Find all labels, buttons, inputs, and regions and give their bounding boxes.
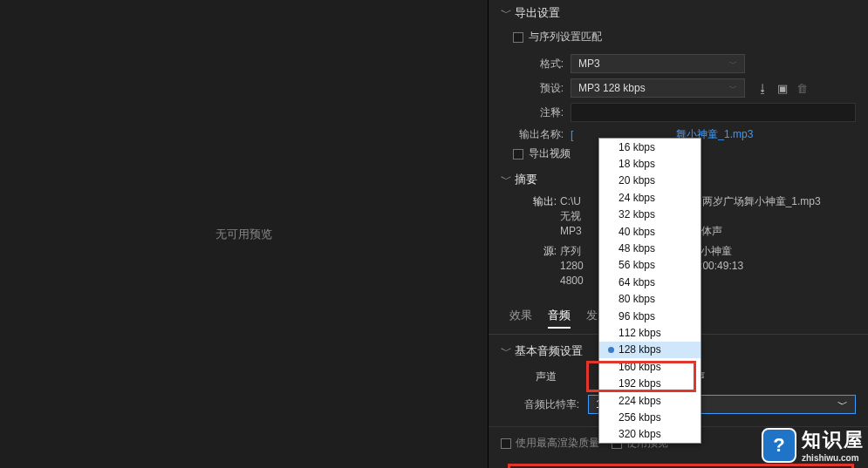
bitrate-option[interactable]: 96 kbps: [599, 308, 701, 324]
caret-down-icon: ﹀: [501, 343, 509, 359]
checkbox-icon: [501, 438, 511, 449]
export-settings-title: 导出设置: [515, 5, 560, 21]
bitrate-option[interactable]: 160 kbps: [599, 358, 701, 375]
bitrate-option[interactable]: 56 kbps: [599, 257, 701, 274]
preset-select[interactable]: MP3 128 kbps ﹀: [571, 78, 745, 98]
format-label: 格式:: [513, 57, 564, 71]
comment-label: 注释:: [513, 105, 564, 120]
channel-label: 声道: [536, 370, 557, 384]
audio-settings-title: 基本音频设置: [515, 343, 583, 359]
bitrate-option[interactable]: 80 kbps: [599, 291, 701, 308]
caret-down-icon: ﹀: [501, 5, 509, 21]
format-value: MP3: [578, 58, 600, 70]
bitrate-option[interactable]: 32 kbps: [599, 207, 701, 223]
bitrate-option[interactable]: 24 kbps: [599, 189, 701, 206]
preview-panel: 无可用预览: [0, 0, 489, 468]
bitrate-option[interactable]: 20 kbps: [599, 173, 701, 189]
bitrate-option[interactable]: 320 kbps: [599, 426, 701, 443]
watermark-url: zhishiwu.com: [802, 453, 865, 463]
bitrate-option[interactable]: 40 kbps: [599, 223, 701, 240]
preset-value: MP3 128 kbps: [578, 82, 646, 94]
bitrate-option[interactable]: 256 kbps: [599, 409, 701, 425]
tab-effects[interactable]: 效果: [509, 308, 532, 329]
chevron-down-icon: ﹀: [837, 397, 848, 412]
watermark-title: 知识屋: [802, 427, 865, 453]
preset-label: 预设:: [513, 81, 564, 96]
tab-audio[interactable]: 音频: [548, 308, 571, 329]
delete-preset-icon[interactable]: 🗑: [796, 82, 808, 95]
bitrate-option[interactable]: 112 kbps: [599, 324, 701, 341]
output-name-label: 输出名称:: [513, 127, 564, 142]
bitrate-option[interactable]: 18 kbps: [599, 155, 701, 172]
no-preview-text: 无可用预览: [215, 227, 272, 242]
import-preset-icon[interactable]: ▣: [777, 82, 788, 95]
format-select[interactable]: MP3 ﹀: [571, 54, 745, 73]
watermark: ? 知识屋 zhishiwu.com: [762, 427, 865, 463]
bitrate-option[interactable]: 16 kbps: [599, 139, 701, 155]
caret-down-icon: ﹀: [501, 172, 509, 187]
comment-input[interactable]: [571, 103, 856, 122]
bitrate-option[interactable]: 128 kbps: [599, 342, 701, 358]
tab-publish[interactable]: 发: [586, 308, 598, 329]
checkbox-icon: [513, 149, 523, 159]
summary-title: 摘要: [515, 172, 537, 187]
export-settings-header[interactable]: ﹀ 导出设置: [501, 5, 856, 21]
save-preset-icon[interactable]: ⭳: [757, 82, 769, 95]
bracket-icon: [: [571, 129, 573, 141]
bitrate-option[interactable]: 64 kbps: [599, 274, 701, 290]
bitrate-option[interactable]: 224 kbps: [599, 392, 701, 409]
bitrate-option[interactable]: 48 kbps: [599, 240, 701, 256]
bitrate-option[interactable]: 192 kbps: [599, 375, 701, 391]
match-sequence-label: 与序列设置匹配: [529, 30, 602, 44]
chevron-down-icon: ﹀: [729, 58, 737, 70]
bitrate-label: 音频比特率:: [518, 397, 579, 412]
match-sequence-checkbox[interactable]: 与序列设置匹配: [501, 28, 856, 51]
checkbox-icon: [513, 32, 523, 43]
bitrate-dropdown[interactable]: 16 kbps18 kbps20 kbps24 kbps32 kbps40 kb…: [598, 138, 701, 444]
max-quality-label: 使用最高渲染质量: [516, 436, 599, 451]
watermark-icon: ?: [762, 428, 796, 463]
max-quality-checkbox[interactable]: 使用最高渲染质量: [501, 436, 599, 451]
export-video-label: 导出视频: [529, 146, 571, 161]
chevron-down-icon: ﹀: [729, 83, 737, 94]
